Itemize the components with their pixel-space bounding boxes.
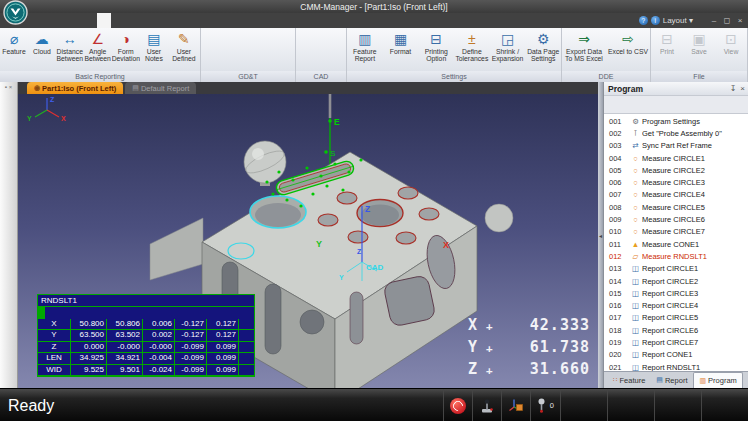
ribbon-button[interactable]: ∠ Angle Between (84, 29, 112, 64)
ribbon-button[interactable]: ± Define Tolerances (454, 29, 490, 64)
program-step-row[interactable]: 021 ◫ Report RNDSLT1 (604, 361, 748, 371)
cone-icon: ▲ (629, 240, 642, 249)
group-label-gdt: GD&T (201, 71, 295, 82)
menu-tab[interactable] (69, 13, 83, 28)
ribbon-button[interactable]: ⇒ Export Data To MS Excel (562, 29, 606, 64)
print-icon: ⊟ (651, 30, 683, 48)
menu-tab[interactable] (55, 13, 69, 28)
program-step-row[interactable]: 011 ▲ Measure CONE1 (604, 238, 748, 250)
layout-menu[interactable]: Layout ▾ (663, 16, 693, 25)
pin-icon[interactable]: ↧ (730, 84, 737, 93)
machine-axes-button[interactable] (501, 389, 530, 421)
document-tab[interactable]: ▤ Default Report (125, 82, 196, 94)
ribbon-button[interactable]: ▥ Feature Report (347, 29, 383, 64)
program-step-row[interactable]: 004 ○ Measure CIRCLE1 (604, 152, 748, 164)
ribbon-button[interactable]: ⌀ Feature (0, 29, 28, 64)
probe-status[interactable]: 0 (530, 389, 560, 421)
status-field[interactable] (701, 389, 748, 421)
ribbon-button[interactable]: ☁ Cloud (28, 29, 56, 64)
panel-tab[interactable]: ∷ Feature (608, 372, 650, 388)
menu-tab[interactable] (111, 13, 125, 28)
program-step-row[interactable]: 017 ◫ Report CIRCLE5 (604, 312, 748, 324)
program-step-row[interactable]: 005 ○ Measure CIRCLE2 (604, 164, 748, 176)
status-field[interactable] (607, 389, 654, 421)
svg-text:Y: Y (339, 274, 344, 281)
sync-icon: ⇄ (629, 141, 642, 150)
dro-row: Y + 61.738 (468, 338, 590, 360)
menu-tab[interactable] (153, 13, 167, 28)
menu-tab[interactable] (83, 13, 97, 28)
report-icon: ◫ (629, 363, 642, 371)
printing-option-icon: ⊟ (418, 30, 454, 48)
program-step-row[interactable]: 012 ▱ Measure RNDSLT1 (604, 250, 748, 262)
menu-tab[interactable] (125, 13, 139, 28)
document-tab[interactable]: ◉ Part1:Iso (Front Left) (27, 82, 123, 94)
ribbon: ⌀ Feature ☁ Cloud ↔ Distance Between ∠ A… (0, 28, 748, 83)
close-icon[interactable]: × (740, 84, 745, 93)
status-field[interactable] (654, 389, 701, 421)
program-step-row[interactable]: 009 ○ Measure CIRCLE6 (604, 213, 748, 225)
ribbon-button[interactable]: ◲ Shrink / Expansion (490, 29, 526, 64)
mdi-min-icon[interactable]: – (709, 16, 719, 25)
format-icon: ▦ (383, 30, 419, 48)
ribbon-button[interactable]: ✎ User Defined Dimension (168, 29, 200, 64)
panel-tab[interactable]: ▥ Program (693, 372, 742, 388)
ribbon-button[interactable]: ↔ Distance Between (56, 29, 84, 64)
program-step-row[interactable]: 010 ○ Measure CIRCLE7 (604, 226, 748, 238)
status-field[interactable] (560, 389, 607, 421)
menu-tab[interactable] (41, 13, 55, 28)
report-icon: ◫ (629, 313, 642, 322)
excel-csv-icon: ⇨ (606, 30, 650, 48)
svg-text:S: S (330, 149, 335, 158)
menu-tab[interactable] (181, 13, 195, 28)
program-step-row[interactable]: 019 ◫ Report CIRCLE7 (604, 336, 748, 348)
ribbon-group-basic-reporting: ⌀ Feature ☁ Cloud ↔ Distance Between ∠ A… (0, 28, 201, 82)
user-defined-dimension-icon: ✎ (168, 30, 200, 48)
ribbon-button[interactable]: ◑ Form Deviation (112, 29, 140, 64)
program-step-row[interactable]: 014 ◫ Report CIRCLE2 (604, 275, 748, 287)
program-step-row[interactable]: 006 ○ Measure CIRCLE3 (604, 176, 748, 188)
program-toolbar (604, 96, 748, 114)
menu-tab[interactable] (97, 13, 111, 28)
svg-text:CAD: CAD (366, 263, 384, 272)
menu-tab[interactable] (195, 13, 209, 28)
ribbon-group-gdt: GD&T (201, 28, 296, 82)
panel-tab[interactable]: ▤ Report (651, 372, 692, 388)
result-table-body: X 50.800 50.806 0.006 -0.127 0.127 Y 63.… (38, 319, 254, 377)
ribbon-button[interactable]: ⚙ Data Page Settings (525, 29, 561, 64)
result-table[interactable]: RNDSLT1 X 50.800 50.806 0.006 -0.127 0.1… (37, 294, 255, 377)
mdi-restore-icon[interactable]: ◻ (722, 16, 732, 25)
estop-icon (450, 398, 466, 414)
estop-indicator[interactable] (443, 389, 472, 421)
info-icon[interactable]: i (651, 16, 660, 25)
program-step-row[interactable]: 003 ⇄ Sync Part Ref Frame (604, 140, 748, 152)
document-tab-strip: ◉ Part1:Iso (Front Left) ▤ Default Repor… (17, 82, 608, 94)
ribbon-button[interactable]: ⊟ Printing Option (418, 29, 454, 64)
program-panel: Program ↧ × 001 ⚙ Program Settings 002 ⊺… (603, 82, 748, 388)
program-step-row[interactable]: 018 ◫ Report CIRCLE6 (604, 324, 748, 336)
program-step-row[interactable]: 008 ○ Measure CIRCLE5 (604, 201, 748, 213)
ribbon-button[interactable]: ▦ Format (383, 29, 419, 64)
data-page-settings-icon: ⚙ (525, 30, 561, 48)
viewport-3d[interactable]: Z X Y E S (17, 94, 598, 388)
joystick-button[interactable] (472, 389, 501, 421)
program-step-row[interactable]: 007 ○ Measure CIRCLE4 (604, 189, 748, 201)
menu-tab[interactable] (167, 13, 181, 28)
help-icon[interactable]: ? (639, 16, 648, 25)
shrink-expansion-icon: ◲ (490, 30, 526, 48)
ribbon-button[interactable]: ⇨ Excel to CSV (606, 29, 650, 64)
result-row: Z 0.000 -0.000 -0.000 -0.099 0.099 (38, 342, 254, 354)
program-step-row[interactable]: 016 ◫ Report CIRCLE4 (604, 299, 748, 311)
program-step-row[interactable]: 002 ⊺ Get "Probe Assembly 0" (604, 127, 748, 139)
ribbon-button[interactable]: ▤ User Notes (140, 29, 168, 64)
circle-icon: ○ (629, 227, 642, 236)
program-step-row[interactable]: 013 ◫ Report CIRCLE1 (604, 263, 748, 275)
svg-text:X: X (443, 240, 449, 250)
position-readout: X + 42.333 Y + 61.738 Z + 31.660 (468, 316, 590, 382)
program-step-row[interactable]: 020 ◫ Report CONE1 (604, 349, 748, 361)
menu-tab[interactable] (139, 13, 153, 28)
mdi-close-icon[interactable]: × (735, 16, 745, 25)
program-step-row[interactable]: 015 ◫ Report CIRCLE3 (604, 287, 748, 299)
circle-icon: ○ (629, 166, 642, 175)
program-step-row[interactable]: 001 ⚙ Program Settings (604, 115, 748, 127)
